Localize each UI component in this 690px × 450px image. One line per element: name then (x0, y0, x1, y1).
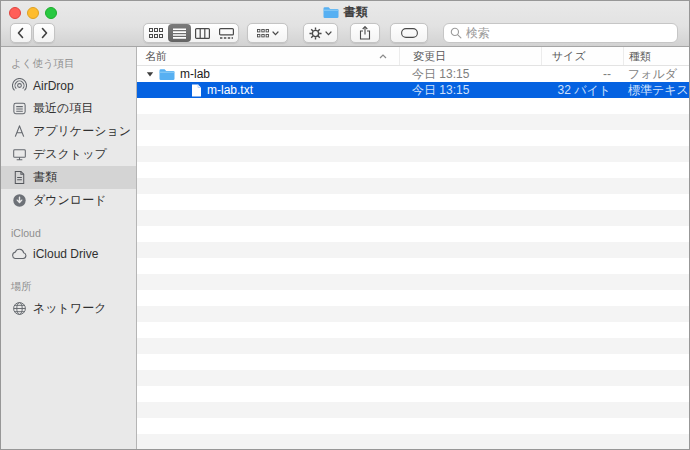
list-view-icon (173, 28, 186, 39)
applications-icon (11, 124, 27, 140)
file-kind: フォルダ (623, 66, 689, 83)
empty-row (137, 130, 689, 146)
file-list: m-lab 今日 13:15 -- フォルダ (137, 66, 689, 449)
list-column-headers: 名前 変更日 サイズ 種類 (137, 47, 689, 66)
empty-row (137, 402, 689, 418)
empty-row (137, 290, 689, 306)
icon-view-icon (149, 28, 163, 39)
sidebar-item-icloud-drive[interactable]: iCloud Drive (1, 242, 136, 265)
list-view-button[interactable] (168, 24, 192, 42)
sidebar-item-label: ダウンロード (33, 192, 106, 209)
sidebar-item-label: iCloud Drive (33, 247, 98, 261)
group-by-button[interactable] (247, 23, 288, 43)
empty-row (137, 162, 689, 178)
recents-icon (11, 101, 27, 117)
documents-icon (11, 170, 27, 186)
date-modified: 今日 13:15 (399, 82, 541, 99)
page-title: 書類 (344, 4, 368, 21)
gallery-view-button[interactable] (215, 24, 239, 42)
empty-row (137, 338, 689, 354)
empty-row (137, 306, 689, 322)
chevron-right-icon (38, 27, 50, 39)
empty-row (137, 242, 689, 258)
sidebar-section-locations: 場所 (1, 278, 136, 297)
cloud-icon (11, 246, 27, 262)
empty-row (137, 178, 689, 194)
title-folder-icon (323, 6, 339, 19)
column-view-icon (195, 28, 210, 39)
search-icon (450, 27, 462, 39)
empty-row (137, 226, 689, 242)
sort-ascending-icon (379, 54, 387, 59)
gear-icon (309, 27, 322, 40)
file-size: -- (541, 67, 623, 81)
text-document-icon (191, 84, 202, 97)
file-name: m-lab.txt (207, 83, 253, 97)
window-title: 書類 (1, 4, 689, 20)
downloads-icon (11, 193, 27, 209)
sidebar-item-network[interactable]: ネットワーク (1, 297, 136, 320)
gallery-view-icon (219, 28, 234, 39)
sidebar-item-label: デスクトップ (33, 146, 107, 163)
chevron-left-icon (15, 27, 27, 39)
sidebar-item-recents[interactable]: 最近の項目 (1, 97, 136, 120)
column-header-size[interactable]: サイズ (541, 47, 623, 65)
chevron-down-icon (325, 31, 332, 36)
empty-row (137, 370, 689, 386)
sidebar-item-label: ネットワーク (33, 300, 106, 317)
sidebar: よく使う項目 AirDrop 最 (1, 47, 137, 449)
sidebar-item-documents[interactable]: 書類 (1, 166, 136, 189)
list-stripes (137, 98, 689, 449)
column-header-kind[interactable]: 種類 (623, 47, 689, 65)
folder-icon (159, 68, 175, 81)
disclosure-triangle-icon[interactable] (146, 70, 154, 78)
desktop-icon (11, 147, 27, 163)
tag-icon (401, 28, 418, 38)
sidebar-item-downloads[interactable]: ダウンロード (1, 189, 136, 212)
file-kind: 標準テキスト (623, 82, 689, 99)
sidebar-section-favorites: よく使う項目 (1, 55, 136, 74)
tags-button[interactable] (390, 23, 428, 43)
empty-row (137, 114, 689, 130)
empty-row (137, 194, 689, 210)
forward-button[interactable] (33, 23, 55, 43)
view-mode-segmented-control (143, 23, 239, 43)
back-button[interactable] (10, 23, 32, 43)
sidebar-item-applications[interactable]: アプリケーション (1, 120, 136, 143)
row-file-m-lab-txt[interactable]: m-lab.txt 今日 13:15 32 バイト 標準テキスト (137, 82, 689, 98)
file-name: m-lab (180, 67, 210, 81)
share-button[interactable] (350, 23, 380, 43)
empty-row (137, 434, 689, 449)
share-icon (359, 26, 371, 40)
sidebar-item-airdrop[interactable]: AirDrop (1, 74, 136, 97)
column-view-button[interactable] (191, 24, 215, 42)
network-globe-icon (11, 301, 27, 317)
column-header-modified[interactable]: 変更日 (399, 47, 541, 65)
airdrop-icon (11, 78, 27, 94)
search-field[interactable] (443, 23, 678, 43)
title-toolbar-chrome: 書類 (1, 1, 689, 47)
sidebar-item-label: アプリケーション (33, 123, 131, 140)
row-folder-m-lab[interactable]: m-lab 今日 13:15 -- フォルダ (137, 66, 689, 82)
sidebar-item-label: AirDrop (33, 79, 74, 93)
finder-window: 書類 (0, 0, 690, 450)
search-input[interactable] (466, 26, 671, 40)
empty-row (137, 98, 689, 114)
empty-row (137, 418, 689, 434)
sidebar-item-desktop[interactable]: デスクトップ (1, 143, 136, 166)
empty-row (137, 146, 689, 162)
sidebar-section-icloud: iCloud (1, 225, 136, 242)
empty-row (137, 210, 689, 226)
action-menu-button[interactable] (303, 23, 338, 43)
column-header-name[interactable]: 名前 (137, 47, 399, 65)
icon-view-button[interactable] (144, 24, 168, 42)
file-size: 32 バイト (541, 82, 623, 99)
empty-row (137, 258, 689, 274)
chevron-down-icon (272, 31, 279, 36)
sidebar-item-label: 最近の項目 (33, 100, 93, 117)
empty-row (137, 354, 689, 370)
toolbar (1, 23, 689, 43)
group-icon (257, 29, 269, 38)
date-modified: 今日 13:15 (399, 66, 541, 83)
sidebar-item-label: 書類 (33, 169, 57, 186)
